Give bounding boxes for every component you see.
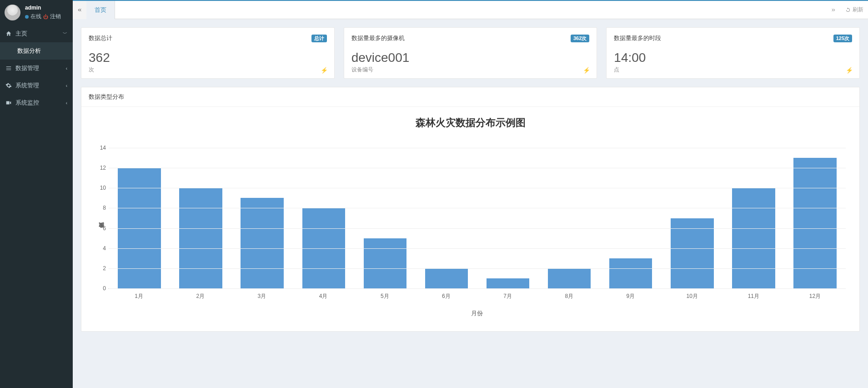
gear-icon [5, 82, 12, 89]
user-panel: admin 在线 ⏻ 注销 [0, 0, 73, 25]
content: 数据总计 总计 362 次 ⚡ 数据量最多的摄像机 362次 device001… [73, 19, 868, 388]
logout-link[interactable]: 注销 [50, 13, 61, 20]
x-tick-label: 11月 [723, 292, 784, 300]
card-title: 数据量最多的时段 [614, 34, 661, 42]
refresh-button[interactable]: 刷新 [841, 1, 868, 19]
bolt-icon: ⚡ [321, 67, 328, 74]
online-label: 在线 [30, 13, 41, 20]
bar[interactable] [241, 198, 284, 288]
bar-slot [784, 148, 846, 288]
gridline [109, 208, 846, 208]
user-name: admin [25, 5, 61, 11]
bar-slot [293, 148, 354, 288]
chevron-left-icon: ‹ [66, 101, 67, 106]
bar-slot [354, 148, 416, 288]
card-badge: 362次 [571, 35, 589, 42]
y-tick-label: 4 [97, 245, 106, 252]
card-title: 数据量最多的摄像机 [351, 34, 405, 42]
bar-slot [109, 148, 170, 288]
chevron-left-icon: ‹ [66, 83, 67, 88]
card-value: device001 [351, 50, 590, 65]
refresh-label: 刷新 [853, 6, 863, 14]
bar[interactable] [732, 188, 775, 288]
card-sub: 设备编号 [351, 66, 590, 74]
x-tick-label: 2月 [170, 292, 231, 300]
bar-slot [416, 148, 477, 288]
bar-slot [723, 148, 784, 288]
y-tick-label: 6 [97, 225, 106, 232]
card-sub: 点 [614, 66, 852, 74]
sidebar-item-system-manage[interactable]: 系统管理 ‹ [0, 77, 73, 94]
card-total: 数据总计 总计 362 次 ⚡ [81, 27, 335, 79]
chevron-down-icon: ﹀ [63, 30, 67, 37]
chart-title: 森林火灾数据分布示例图 [95, 116, 846, 130]
online-indicator-icon [25, 15, 29, 19]
list-icon [5, 65, 12, 71]
card-top-camera: 数据量最多的摄像机 362次 device001 设备编号 ⚡ [344, 27, 597, 79]
tab-home[interactable]: 首页 [86, 1, 115, 19]
double-chevron-right-icon [831, 7, 836, 13]
bar[interactable] [487, 278, 530, 288]
x-tick-label: 3月 [231, 292, 292, 300]
bar-slot [170, 148, 231, 288]
x-ticks: 1月2月3月4月5月6月7月8月9月10月11月12月 [108, 292, 846, 300]
card-value: 14:00 [614, 50, 852, 65]
bar-slot [600, 148, 662, 288]
double-chevron-left-icon [77, 7, 82, 13]
avatar[interactable] [5, 5, 20, 20]
chart-panel: 数据类型分布 森林火灾数据分布示例图 发生火灾的次数 02468101214 1… [81, 87, 860, 332]
gridline [109, 168, 846, 168]
x-tick-label: 1月 [108, 292, 170, 300]
bar-slot [539, 148, 600, 288]
x-tick-label: 9月 [600, 292, 661, 300]
bar[interactable] [364, 238, 407, 288]
gridline [109, 148, 846, 148]
sidebar-item-label: 数据管理 [15, 64, 39, 72]
chevron-left-icon: ‹ [66, 66, 67, 71]
gridline [109, 268, 846, 269]
x-axis-label: 月份 [108, 309, 846, 317]
logout-icon: ⏻ [43, 14, 48, 20]
x-tick-label: 4月 [293, 292, 354, 300]
bolt-icon: ⚡ [846, 67, 853, 74]
sidebar-item-home[interactable]: 主页 ﹀ [0, 25, 73, 42]
refresh-icon [845, 7, 851, 13]
sidebar-item-data-manage[interactable]: 数据管理 ‹ [0, 60, 73, 77]
x-tick-label: 10月 [662, 292, 723, 300]
tabbar: 首页 刷新 [73, 1, 868, 19]
gridline [109, 188, 846, 188]
card-top-hour: 数据量最多的时段 125次 14:00 点 ⚡ [606, 27, 860, 79]
tabbar-forward-button[interactable] [826, 1, 841, 19]
card-value: 362 [89, 50, 327, 65]
bar[interactable] [425, 268, 468, 288]
bar[interactable] [793, 158, 837, 288]
bolt-icon: ⚡ [583, 67, 590, 74]
bar[interactable] [609, 258, 652, 288]
tab-label: 首页 [95, 6, 106, 14]
y-tick-label: 8 [97, 205, 106, 211]
sidebar-menu: 主页 ﹀ 数据分析 数据管理 ‹ 系统管理 [0, 25, 73, 111]
main: 首页 刷新 数据总计 总计 362 次 ⚡ [73, 0, 868, 388]
panel-title: 数据类型分布 [81, 87, 859, 107]
tabbar-collapse-button[interactable] [73, 1, 86, 19]
stat-cards-row: 数据总计 总计 362 次 ⚡ 数据量最多的摄像机 362次 device001… [81, 27, 860, 79]
bar-slot [231, 148, 293, 288]
x-tick-label: 5月 [354, 292, 416, 300]
card-sub: 次 [89, 66, 327, 74]
bar[interactable] [671, 218, 714, 289]
sidebar-submenu-home: 数据分析 [0, 42, 73, 60]
sidebar: admin 在线 ⏻ 注销 主页 ﹀ 数据分析 [0, 0, 73, 388]
sidebar-item-system-monitor[interactable]: 系统监控 ‹ [0, 94, 73, 111]
y-tick-label: 10 [97, 185, 106, 191]
chart-bars [109, 148, 846, 288]
gridline [109, 228, 846, 229]
x-tick-label: 7月 [477, 292, 538, 300]
bar-slot [662, 148, 723, 288]
x-tick-label: 6月 [416, 292, 477, 300]
chart-container: 森林火灾数据分布示例图 发生火灾的次数 02468101214 1月2月3月4月… [95, 116, 846, 317]
gridline [109, 288, 846, 289]
sidebar-item-data-analysis[interactable]: 数据分析 [0, 42, 73, 60]
bar[interactable] [179, 188, 222, 288]
y-tick-label: 12 [97, 165, 106, 171]
bar[interactable] [548, 268, 591, 288]
